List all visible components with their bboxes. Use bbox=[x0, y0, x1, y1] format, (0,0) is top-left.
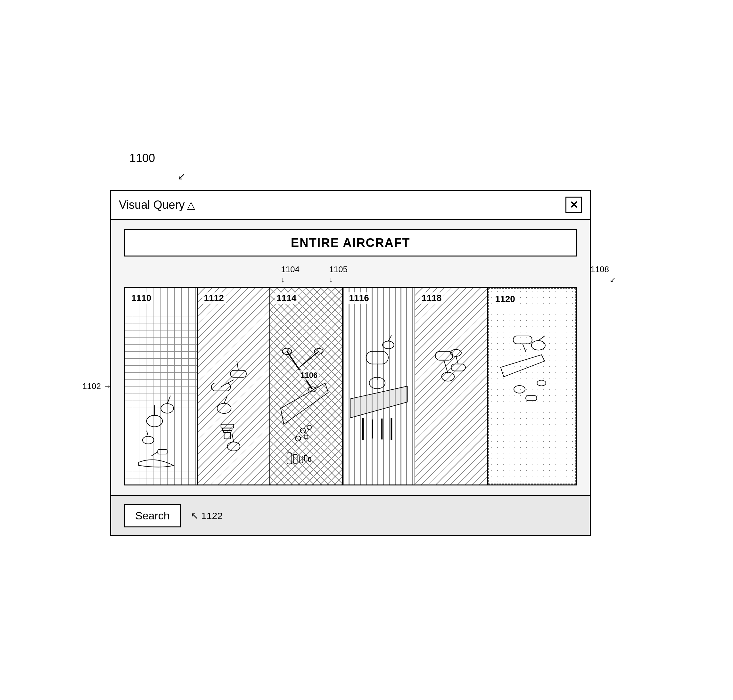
svg-point-26 bbox=[307, 425, 311, 429]
footer-bar: Search ↖ 1122 bbox=[111, 496, 590, 535]
svg-rect-46 bbox=[451, 364, 465, 371]
parts-svg-1114 bbox=[270, 288, 342, 484]
svg-line-42 bbox=[388, 335, 392, 341]
zone-ref-1102: 1102 → bbox=[82, 381, 112, 391]
svg-rect-17 bbox=[224, 432, 230, 439]
svg-rect-43 bbox=[436, 351, 453, 360]
ref-arrow: ↖ bbox=[191, 510, 199, 521]
svg-point-12 bbox=[217, 403, 231, 413]
column-1116: 1116 bbox=[343, 288, 415, 484]
parts-svg-1112 bbox=[198, 288, 270, 484]
parts-svg-1118 bbox=[415, 288, 487, 484]
svg-rect-34 bbox=[366, 351, 388, 364]
svg-line-3 bbox=[167, 396, 171, 403]
main-content-area: ENTIRE AIRCRAFT 1104↓ 1105↓ 1108 ↙ bbox=[111, 220, 590, 496]
svg-line-44 bbox=[444, 360, 448, 374]
svg-point-0 bbox=[147, 415, 163, 427]
svg-rect-49 bbox=[513, 336, 532, 344]
column-1114: 1114 1106 bbox=[270, 288, 343, 484]
column-1110: 1110 bbox=[125, 288, 198, 484]
col-label-1114: 1114 bbox=[275, 293, 298, 304]
svg-point-54 bbox=[537, 380, 546, 386]
svg-line-13 bbox=[224, 396, 227, 403]
title-text-label: Visual Query bbox=[119, 198, 184, 212]
svg-point-28 bbox=[296, 436, 301, 441]
parts-svg-1110 bbox=[125, 288, 197, 484]
figure-label-1100: 1100 bbox=[130, 151, 155, 165]
col-label-1106-overlay: 1106 bbox=[299, 370, 319, 381]
svg-point-2 bbox=[161, 403, 174, 413]
col-label-1116: 1116 bbox=[347, 293, 371, 304]
svg-point-41 bbox=[383, 341, 394, 349]
title-bar: Visual Query △ ✕ bbox=[111, 191, 590, 220]
svg-point-21 bbox=[282, 348, 292, 354]
diagram-wrapper: 1102 → 1110 bbox=[124, 287, 577, 485]
svg-line-50 bbox=[523, 344, 526, 351]
svg-rect-8 bbox=[211, 383, 230, 391]
svg-rect-30 bbox=[293, 454, 297, 463]
svg-rect-29 bbox=[287, 453, 292, 464]
zone-ref-1108-arrow: ↙ bbox=[610, 276, 615, 284]
warning-icon: △ bbox=[187, 199, 195, 211]
svg-point-4 bbox=[143, 436, 154, 444]
svg-rect-33 bbox=[309, 457, 311, 461]
column-1112: 1112 bbox=[198, 288, 270, 484]
parts-svg-1120 bbox=[489, 289, 575, 484]
svg-line-7 bbox=[152, 451, 158, 456]
svg-point-24 bbox=[314, 349, 323, 354]
diagram-container: 1100 ↙ Visual Query △ ✕ ENTIRE AIRCRAFT … bbox=[110, 190, 623, 536]
svg-rect-6 bbox=[157, 450, 167, 454]
aircraft-label-bar: ENTIRE AIRCRAFT bbox=[124, 229, 577, 256]
col-label-1120: 1120 bbox=[493, 293, 517, 305]
svg-rect-55 bbox=[526, 396, 537, 401]
svg-line-52 bbox=[538, 336, 545, 341]
col-label-1112: 1112 bbox=[202, 293, 226, 304]
zone-ref-1108: 1108 bbox=[590, 265, 609, 274]
svg-line-47 bbox=[456, 356, 458, 364]
window-title: Visual Query △ bbox=[119, 198, 195, 212]
svg-point-51 bbox=[531, 340, 545, 350]
parts-svg-1116 bbox=[343, 288, 415, 484]
search-button[interactable]: Search bbox=[124, 504, 181, 527]
svg-rect-31 bbox=[300, 456, 303, 463]
svg-line-9 bbox=[221, 380, 234, 387]
svg-point-45 bbox=[442, 372, 455, 381]
close-icon: ✕ bbox=[570, 199, 578, 211]
close-button[interactable]: ✕ bbox=[565, 197, 582, 213]
svg-line-11 bbox=[237, 360, 238, 370]
visual-query-window: Visual Query △ ✕ ENTIRE AIRCRAFT 1104↓ 1… bbox=[110, 190, 591, 536]
zone-ref-row: 1104↓ 1105↓ 1108 ↙ bbox=[124, 263, 577, 287]
figure-arrow: ↙ bbox=[178, 171, 185, 182]
column-1120: 1120 bbox=[488, 288, 576, 484]
svg-point-25 bbox=[300, 428, 305, 433]
columns-area: 1110 bbox=[124, 287, 577, 485]
svg-point-22 bbox=[309, 387, 316, 392]
zone-ref-1104: 1104↓ bbox=[281, 265, 300, 284]
svg-point-48 bbox=[450, 349, 461, 356]
svg-line-5 bbox=[147, 430, 148, 436]
col-label-1110: 1110 bbox=[130, 293, 153, 304]
ref-number: 1122 bbox=[201, 510, 223, 521]
svg-line-19 bbox=[232, 434, 234, 442]
svg-point-27 bbox=[304, 435, 308, 439]
svg-rect-10 bbox=[230, 370, 246, 377]
footer-ref-label: ↖ 1122 bbox=[191, 510, 223, 521]
svg-point-18 bbox=[227, 442, 240, 451]
column-1118: 1118 bbox=[415, 288, 488, 484]
svg-point-53 bbox=[514, 385, 525, 393]
zone-ref-1105: 1105↓ bbox=[329, 265, 347, 284]
col-label-1118: 1118 bbox=[419, 293, 443, 304]
svg-rect-32 bbox=[304, 455, 307, 461]
svg-rect-14 bbox=[221, 424, 234, 428]
svg-rect-15 bbox=[222, 428, 232, 430]
